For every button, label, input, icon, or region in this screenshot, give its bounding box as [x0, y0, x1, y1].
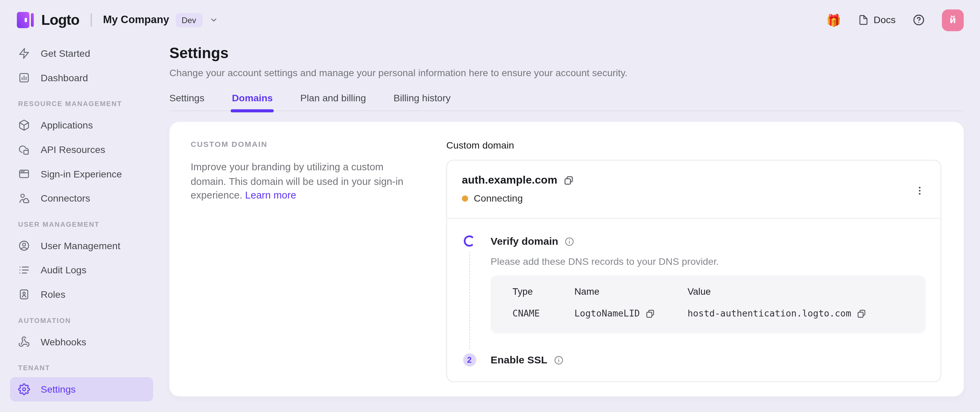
verify-domain-description: Please add these DNS records to your DNS… — [491, 255, 926, 268]
env-badge: Dev — [175, 13, 202, 27]
custom-domain-field-label: Custom domain — [446, 139, 941, 151]
sidebar-item-get-started[interactable]: Get Started — [10, 41, 153, 66]
list-icon — [18, 264, 30, 276]
sidebar-item-label: Settings — [40, 384, 76, 395]
docs-label: Docs — [873, 14, 896, 25]
help-icon[interactable] — [913, 14, 925, 26]
person-cloud-icon — [18, 192, 30, 204]
domains-panel: CUSTOM DOMAIN Improve your branding by u… — [169, 122, 964, 396]
tab-plan-and-billing[interactable]: Plan and billing — [301, 92, 366, 111]
step-rail — [462, 235, 477, 350]
topbar: Logto My Company Dev 🎁 Docs й — [0, 0, 980, 40]
enable-ssl-title: Enable SSL — [491, 354, 547, 366]
domain-card-header: auth.example.com Connecting — [447, 160, 940, 218]
logo-wordmark: Logto — [41, 11, 79, 29]
sidebar-item-label: Sign-in Experience — [40, 168, 122, 179]
browser-icon — [18, 168, 30, 180]
sidebar: Get Started Dashboard RESOURCE MANAGEMEN… — [0, 40, 163, 401]
status-dot — [462, 195, 468, 201]
info-icon[interactable] — [554, 355, 563, 365]
sidebar-item-api-resources[interactable]: API Resources — [10, 137, 153, 162]
custom-domain-card: auth.example.com Connecting — [446, 160, 941, 382]
dns-value-cell: hostd-authentication.logto.com — [687, 308, 911, 318]
sidebar-item-label: Audit Logs — [40, 265, 86, 276]
bar-chart-icon — [18, 72, 30, 84]
sidebar-item-label: Webhooks — [40, 336, 86, 347]
docs-button[interactable]: Docs — [858, 14, 896, 25]
step-connector-line — [469, 252, 469, 349]
sidebar-item-applications[interactable]: Applications — [10, 113, 153, 137]
dns-type-cell: CNAME — [512, 308, 574, 318]
main-content: Settings Change your account settings an… — [169, 40, 964, 397]
sidebar-item-settings[interactable]: Settings — [10, 377, 153, 401]
sidebar-item-sign-in-experience[interactable]: Sign-in Experience — [10, 162, 153, 186]
step-number-badge: 2 — [463, 353, 476, 367]
copy-icon[interactable] — [857, 309, 866, 318]
sidebar-section-automation: AUTOMATION — [10, 316, 153, 325]
tab-settings[interactable]: Settings — [169, 92, 205, 111]
chevron-down-icon[interactable] — [209, 16, 218, 24]
dns-table-header: Type Name Value — [512, 286, 911, 296]
sidebar-item-label: Roles — [40, 288, 65, 300]
copy-icon[interactable] — [646, 309, 655, 318]
sidebar-item-dashboard[interactable]: Dashboard — [10, 66, 153, 90]
sidebar-item-label: User Management — [40, 240, 120, 251]
sidebar-item-connectors[interactable]: Connectors — [10, 186, 153, 211]
info-icon[interactable] — [565, 236, 574, 246]
page-title: Settings — [169, 44, 964, 63]
sidebar-item-user-management[interactable]: User Management — [10, 233, 153, 258]
cube-icon — [18, 119, 30, 131]
section-description-text: Improve your branding by utilizing a cus… — [191, 162, 403, 201]
logto-console: Logto My Company Dev 🎁 Docs й — [0, 0, 980, 412]
sidebar-section-resource-management: RESOURCE MANAGEMENT — [10, 99, 153, 108]
dns-name-value: LogtoNameLID — [574, 308, 640, 318]
step-rail: 2 — [462, 353, 477, 367]
learn-more-link[interactable]: Learn more — [245, 190, 296, 200]
dns-table: Type Name Value CNAME LogtoNameLID — [491, 275, 926, 333]
avatar[interactable]: й — [942, 9, 964, 31]
tab-domains[interactable]: Domains — [232, 92, 272, 111]
sidebar-item-label: Connectors — [40, 193, 90, 204]
webhook-icon — [18, 336, 30, 348]
sidebar-item-label: Applications — [40, 120, 93, 131]
loading-spinner-icon — [463, 235, 476, 247]
status-row: Connecting — [462, 193, 926, 204]
domain-name: auth.example.com — [462, 174, 557, 187]
logto-logo: Logto — [16, 10, 79, 30]
section-description: Improve your branding by utilizing a cus… — [191, 160, 413, 203]
tenant-name: My Company — [103, 14, 169, 26]
sidebar-item-label: Get Started — [40, 48, 90, 59]
kebab-menu-icon[interactable] — [912, 183, 928, 198]
sidebar-section-tenant: TENANT — [10, 363, 153, 372]
sidebar-section-user-management: USER MANAGEMENT — [10, 220, 153, 229]
step-body: Verify domain Please add these DNS recor… — [491, 235, 926, 350]
sidebar-item-webhooks[interactable]: Webhooks — [10, 330, 153, 354]
dns-name-cell: LogtoNameLID — [574, 308, 687, 318]
domain-card-body: Verify domain Please add these DNS recor… — [447, 219, 940, 382]
topbar-divider — [91, 13, 92, 27]
tabs: Settings Domains Plan and billing Billin… — [169, 92, 964, 111]
gear-icon — [18, 383, 30, 395]
dns-header-name: Name — [574, 286, 687, 296]
dns-table-row: CNAME LogtoNameLID hos — [512, 308, 911, 318]
step-title-row: Verify domain — [491, 235, 926, 247]
verify-domain-title: Verify domain — [491, 235, 558, 247]
dns-value-value: hostd-authentication.logto.com — [687, 308, 851, 318]
section-title: CUSTOM DOMAIN — [191, 140, 446, 149]
sidebar-item-label: Dashboard — [40, 72, 88, 83]
logto-logo-icon — [16, 10, 35, 30]
sidebar-item-audit-logs[interactable]: Audit Logs — [10, 258, 153, 282]
cloud-box-icon — [18, 143, 30, 155]
gift-icon[interactable]: 🎁 — [826, 14, 841, 26]
tab-billing-history[interactable]: Billing history — [393, 92, 450, 111]
page-subtitle: Change your account settings and manage … — [169, 67, 964, 79]
custom-domain-intro: CUSTOM DOMAIN Improve your branding by u… — [191, 138, 446, 378]
copy-icon[interactable] — [563, 175, 573, 185]
sidebar-item-roles[interactable]: Roles — [10, 282, 153, 307]
step-enable-ssl: 2 Enable SSL — [462, 353, 926, 367]
step-body: Enable SSL — [491, 354, 926, 366]
lightning-icon — [18, 48, 30, 60]
step-verify-domain: Verify domain Please add these DNS recor… — [462, 235, 926, 350]
topbar-actions: 🎁 Docs й — [826, 9, 964, 31]
dns-header-type: Type — [512, 286, 574, 296]
